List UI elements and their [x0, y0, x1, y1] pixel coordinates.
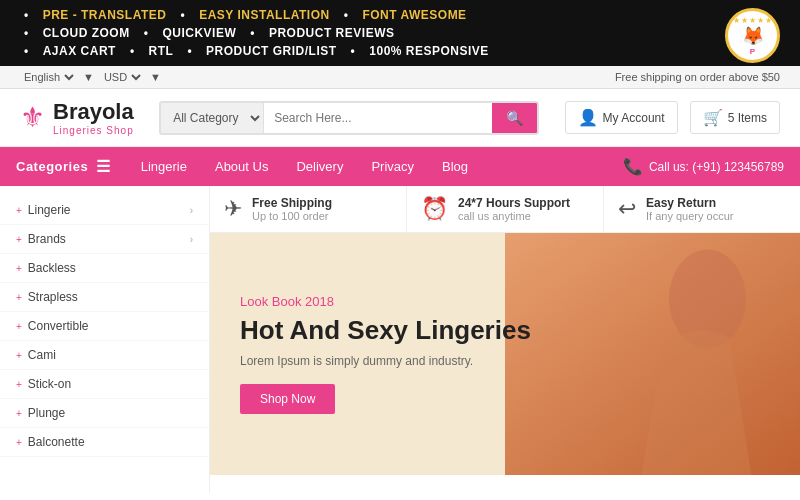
- shipping-icon: ✈: [224, 196, 242, 222]
- sidebar-item-strapless[interactable]: +Strapless: [0, 283, 209, 312]
- badge-emoji: 🦊: [742, 25, 764, 47]
- search-category-select[interactable]: All Category: [161, 103, 264, 133]
- nav-left: Categories ☰ Lingerie About Us Delivery …: [0, 147, 482, 186]
- account-icon: 👤: [578, 108, 598, 127]
- call-label: Call us: (+91) 123456789: [649, 160, 784, 174]
- logo-icon: ⚜: [20, 104, 45, 132]
- arrow-icon: ›: [190, 234, 193, 245]
- shop-now-button[interactable]: Shop Now: [240, 384, 335, 414]
- logo-name: Brayola: [53, 99, 134, 125]
- sidebar-item-convertible[interactable]: +Convertible: [0, 312, 209, 341]
- feature-cloud-zoom: CLOUD ZOOM: [43, 26, 130, 40]
- info-bar: English ▼ USD ▼ Free shipping on order a…: [0, 66, 800, 89]
- feature-quickview: QUICKVIEW: [162, 26, 236, 40]
- feature-return-text: Easy Return If any query occur: [646, 196, 733, 222]
- top-banner: • PRE - TRANSLATED • EASY INSTALLATION •…: [0, 0, 800, 66]
- header-right: 👤 My Account 🛒 5 Items: [565, 101, 780, 134]
- hero-subtitle: Lorem Ipsum is simply dummy and industry…: [240, 354, 531, 368]
- feature-rtl: RTL: [149, 44, 174, 58]
- content-area: ✈ Free Shipping Up to 100 order ⏰ 24*7 H…: [210, 186, 800, 493]
- sidebar-item-brands[interactable]: +Brands ›: [0, 225, 209, 254]
- menu-icon: ☰: [96, 157, 111, 176]
- free-shipping-text: Free shipping on order above $50: [615, 71, 780, 83]
- search-bar: All Category 🔍: [159, 101, 539, 135]
- sidebar-item-balconette[interactable]: +Balconette: [0, 428, 209, 457]
- feature-bar: ✈ Free Shipping Up to 100 order ⏰ 24*7 H…: [210, 186, 800, 233]
- badge-stars: ★★★★★: [733, 16, 773, 25]
- search-button[interactable]: 🔍: [492, 103, 537, 133]
- badge-p: P: [750, 47, 755, 56]
- sidebar-item-cami[interactable]: +Cami: [0, 341, 209, 370]
- cart-icon: 🛒: [703, 108, 723, 127]
- logo: ⚜ Brayola Lingeries Shop: [20, 99, 134, 136]
- logo-sub: Lingeries Shop: [53, 125, 134, 136]
- nav-link-privacy[interactable]: Privacy: [357, 149, 428, 184]
- nav-link-lingerie[interactable]: Lingerie: [127, 149, 201, 184]
- my-account-button[interactable]: 👤 My Account: [565, 101, 678, 134]
- hero-banner: Look Book 2018 Hot And Sexy Lingeries Lo…: [210, 233, 800, 475]
- feature-support-title: 24*7 Hours Support: [458, 196, 570, 210]
- hero-lookbook: Look Book 2018: [240, 294, 531, 309]
- hero-text: Look Book 2018 Hot And Sexy Lingeries Lo…: [210, 274, 561, 434]
- cart-label: 5 Items: [728, 111, 767, 125]
- main-content: +Lingerie › +Brands › +Backless +Straple…: [0, 186, 800, 493]
- logo-text: Brayola Lingeries Shop: [53, 99, 134, 136]
- sidebar: +Lingerie › +Brands › +Backless +Straple…: [0, 186, 210, 493]
- feature-support-sub: call us anytime: [458, 210, 570, 222]
- search-input[interactable]: [264, 104, 492, 132]
- nav-link-about[interactable]: About Us: [201, 149, 282, 184]
- nav-link-delivery[interactable]: Delivery: [282, 149, 357, 184]
- feature-font-awesome: FONT AWESOME: [362, 8, 466, 22]
- feature-return-sub: If any query occur: [646, 210, 733, 222]
- feature-shipping-title: Free Shipping: [252, 196, 332, 210]
- phone-icon: 📞: [623, 157, 643, 176]
- feature-support-text: 24*7 Hours Support call us anytime: [458, 196, 570, 222]
- feature-ajax-cart: AJAX CART: [43, 44, 116, 58]
- sidebar-item-stickon[interactable]: +Stick-on: [0, 370, 209, 399]
- categories-button[interactable]: Categories ☰: [0, 147, 127, 186]
- cart-button[interactable]: 🛒 5 Items: [690, 101, 780, 134]
- feature-item-shipping: ✈ Free Shipping Up to 100 order: [210, 186, 407, 232]
- feature-responsive: 100% RESPONSIVE: [369, 44, 489, 58]
- feature-shipping-text: Free Shipping Up to 100 order: [252, 196, 332, 222]
- brand-badge: ★★★★★ 🦊 P: [725, 8, 780, 63]
- currency-select[interactable]: USD: [100, 70, 144, 84]
- feature-shipping-sub: Up to 100 order: [252, 210, 332, 222]
- feature-item-return: ↩ Easy Return If any query occur: [604, 186, 800, 232]
- my-account-label: My Account: [603, 111, 665, 125]
- hero-title: Hot And Sexy Lingeries: [240, 315, 531, 346]
- nav-links: Lingerie About Us Delivery Privacy Blog: [127, 149, 482, 184]
- header: ⚜ Brayola Lingeries Shop All Category 🔍 …: [0, 89, 800, 147]
- feature-easy-installation: EASY INSTALLATION: [199, 8, 330, 22]
- navbar: Categories ☰ Lingerie About Us Delivery …: [0, 147, 800, 186]
- info-bar-left: English ▼ USD ▼: [20, 70, 161, 84]
- arrow-icon: ›: [190, 205, 193, 216]
- language-select[interactable]: English: [20, 70, 77, 84]
- nav-right: 📞 Call us: (+91) 123456789: [623, 157, 800, 176]
- feature-product-reviews: PRODUCT REVIEWS: [269, 26, 395, 40]
- feature-product-grid: PRODUCT GRID/LIST: [206, 44, 337, 58]
- return-icon: ↩: [618, 196, 636, 222]
- categories-label: Categories: [16, 159, 88, 174]
- sidebar-item-backless[interactable]: +Backless: [0, 254, 209, 283]
- nav-link-blog[interactable]: Blog: [428, 149, 482, 184]
- feature-return-title: Easy Return: [646, 196, 733, 210]
- support-icon: ⏰: [421, 196, 448, 222]
- feature-item-support: ⏰ 24*7 Hours Support call us anytime: [407, 186, 604, 232]
- sidebar-item-plunge[interactable]: +Plunge: [0, 399, 209, 428]
- feature-pre-translated: PRE - TRANSLATED: [43, 8, 167, 22]
- sidebar-item-lingerie[interactable]: +Lingerie ›: [0, 196, 209, 225]
